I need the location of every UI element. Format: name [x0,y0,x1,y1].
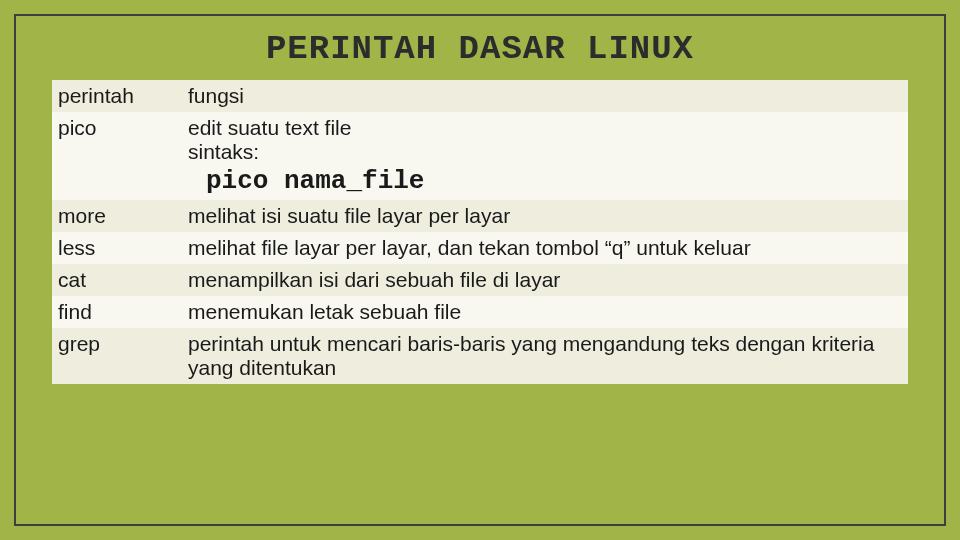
table-row: grep perintah untuk mencari baris-baris … [52,328,908,384]
header-cmd: perintah [52,80,182,112]
table-row: cat menampilkan isi dari sebuah file di … [52,264,908,296]
table-row: pico edit suatu text file sintaks: pico … [52,112,908,200]
syntax-code: pico nama_file [188,166,898,196]
slide-frame: PERINTAH DASAR LINUX perintah fungsi pic… [14,14,946,526]
cmd-cell: cat [52,264,182,296]
header-func: fungsi [182,80,908,112]
func-cell: melihat file layar per layar, dan tekan … [182,232,908,264]
cmd-cell: find [52,296,182,328]
slide-title: PERINTAH DASAR LINUX [52,30,908,68]
table-row: find menemukan letak sebuah file [52,296,908,328]
table-row: less melihat file layar per layar, dan t… [52,232,908,264]
func-cell: menemukan letak sebuah file [182,296,908,328]
func-cell: perintah untuk mencari baris-baris yang … [182,328,908,384]
table-row: more melihat isi suatu file layar per la… [52,200,908,232]
func-text: edit suatu text file [188,116,351,139]
cmd-cell: more [52,200,182,232]
table-header-row: perintah fungsi [52,80,908,112]
cmd-cell: grep [52,328,182,384]
func-cell: melihat isi suatu file layar per layar [182,200,908,232]
func-cell: menampilkan isi dari sebuah file di laya… [182,264,908,296]
cmd-cell: pico [52,112,182,200]
func-cell: edit suatu text file sintaks: pico nama_… [182,112,908,200]
cmd-cell: less [52,232,182,264]
commands-table: perintah fungsi pico edit suatu text fil… [52,80,908,384]
syntax-label: sintaks: [188,140,898,164]
